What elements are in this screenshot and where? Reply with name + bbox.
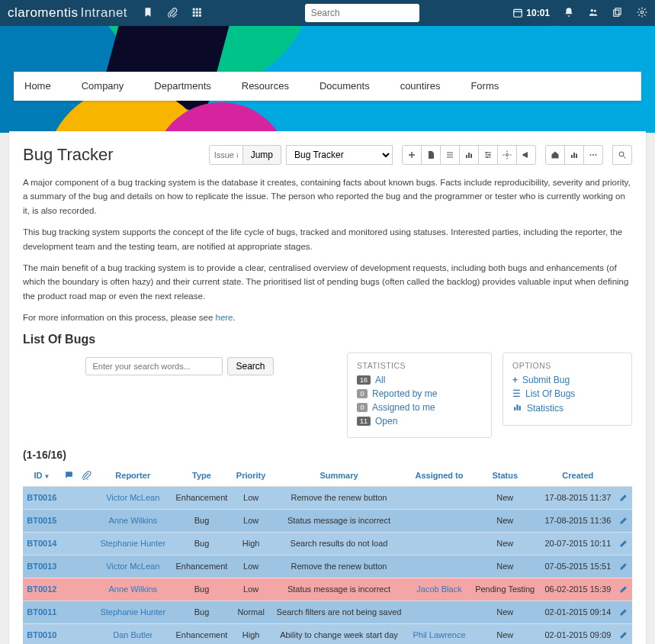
bar-chart-icon[interactable] bbox=[459, 145, 479, 165]
stat-link[interactable]: Reported by me bbox=[372, 388, 437, 399]
bug-id-link[interactable]: BT0011 bbox=[27, 607, 56, 617]
list-icon[interactable] bbox=[440, 145, 460, 165]
nav-departments[interactable]: Departments bbox=[139, 72, 226, 101]
col-type[interactable]: Type bbox=[171, 465, 232, 487]
edit-icon[interactable] bbox=[616, 486, 632, 509]
bug-search-input[interactable] bbox=[85, 357, 223, 375]
cell-type: Bug bbox=[171, 578, 232, 601]
reporter-link[interactable]: Anne Wilkins bbox=[108, 584, 157, 594]
submit-bug-link[interactable]: Submit Bug bbox=[522, 375, 570, 385]
col-priority[interactable]: Priority bbox=[233, 465, 270, 487]
table-row[interactable]: BT0011Stephanie HunterBugNormalSearch fi… bbox=[23, 601, 632, 623]
svg-rect-3 bbox=[193, 11, 195, 13]
col-attachment-icon[interactable] bbox=[78, 465, 95, 487]
description-2: This bug tracking system supports the co… bbox=[23, 225, 632, 253]
table-row[interactable]: BT0014Stephanie HunterBugHighSearch resu… bbox=[23, 532, 632, 555]
nav-countires[interactable]: countires bbox=[385, 72, 456, 101]
svg-point-27 bbox=[592, 154, 594, 156]
cell-type: Enhancement bbox=[171, 486, 232, 509]
cell-created: 06-02-2015 15:39 bbox=[540, 578, 616, 601]
copy-icon[interactable] bbox=[612, 7, 623, 20]
edit-icon[interactable] bbox=[616, 555, 632, 578]
tracker-select[interactable]: Bug Tracker bbox=[286, 145, 393, 165]
assignee-link[interactable]: Phil Lawrence bbox=[413, 630, 465, 639]
jump-button[interactable]: Jump bbox=[243, 145, 281, 165]
search-icon[interactable] bbox=[612, 145, 632, 165]
gear-icon[interactable] bbox=[637, 7, 647, 20]
stats-icon[interactable] bbox=[564, 145, 584, 165]
edit-icon[interactable] bbox=[616, 601, 632, 623]
edit-icon[interactable] bbox=[616, 532, 632, 555]
col-summary[interactable]: Summary bbox=[270, 465, 409, 487]
bell-icon[interactable] bbox=[563, 7, 574, 20]
col-created[interactable]: Created bbox=[540, 465, 616, 487]
svg-rect-1 bbox=[196, 8, 198, 10]
svg-point-26 bbox=[590, 154, 592, 156]
table-row[interactable]: BT0013Victor McLeanEnhancementLowRemove … bbox=[23, 555, 632, 578]
col-id[interactable]: ID bbox=[23, 465, 61, 487]
bug-search-button[interactable]: Search bbox=[227, 357, 273, 375]
clock[interactable]: 10:01 bbox=[512, 8, 550, 18]
edit-icon[interactable] bbox=[616, 578, 632, 601]
bug-id-link[interactable]: BT0015 bbox=[27, 516, 56, 525]
clock-text: 10:01 bbox=[526, 8, 550, 18]
stat-count: 0 bbox=[357, 403, 368, 412]
apps-grid-icon[interactable] bbox=[191, 7, 202, 20]
reporter-link[interactable]: Stephanie Hunter bbox=[100, 607, 165, 617]
bug-id-link[interactable]: BT0013 bbox=[27, 562, 56, 571]
statistics-panel: STATISTICS 16All0Reported by me0Assigned… bbox=[347, 353, 492, 438]
stat-link[interactable]: Assigned to me bbox=[372, 402, 435, 413]
bug-id-link[interactable]: BT0010 bbox=[27, 630, 56, 639]
more-icon[interactable] bbox=[583, 145, 603, 165]
nav-documents[interactable]: Documents bbox=[304, 72, 385, 101]
sliders-icon[interactable] bbox=[478, 145, 498, 165]
col-status[interactable]: Status bbox=[470, 465, 540, 487]
description-4: For more information on this process, pl… bbox=[23, 311, 632, 324]
bug-id-link[interactable]: BT0016 bbox=[27, 493, 56, 502]
bug-id-link[interactable]: BT0012 bbox=[27, 584, 56, 594]
issue-number-input[interactable] bbox=[209, 145, 243, 165]
stat-count: 0 bbox=[357, 389, 368, 398]
file-icon[interactable] bbox=[421, 145, 441, 165]
attachment-icon[interactable] bbox=[167, 7, 178, 20]
bookmark-icon[interactable] bbox=[143, 7, 153, 20]
table-row[interactable]: BT0010Dan ButlerEnhancementHighAbility t… bbox=[23, 623, 632, 644]
col-comments-icon[interactable] bbox=[61, 465, 78, 487]
nav-home[interactable]: Home bbox=[14, 72, 66, 101]
stat-link[interactable]: Open bbox=[375, 416, 397, 427]
table-row[interactable]: BT0016Victor McLeanEnhancementLowRemove … bbox=[23, 486, 632, 509]
nav-forms[interactable]: Forms bbox=[455, 72, 514, 101]
brand-logo[interactable]: claromentisIntranet bbox=[8, 5, 127, 21]
svg-rect-9 bbox=[514, 9, 522, 17]
options-panel: OPTIONS +Submit Bug ☰List Of Bugs Statis… bbox=[502, 353, 632, 426]
settings-icon[interactable] bbox=[497, 145, 517, 165]
reporter-link[interactable]: Victor McLean bbox=[106, 562, 159, 571]
nav-resources[interactable]: Resources bbox=[226, 72, 304, 101]
megaphone-icon[interactable] bbox=[516, 145, 536, 165]
table-row[interactable]: BT0012Anne WilkinsBugLowStatus message i… bbox=[23, 578, 632, 601]
list-bugs-link[interactable]: List Of Bugs bbox=[525, 388, 575, 399]
add-button[interactable] bbox=[402, 145, 422, 165]
bug-id-link[interactable]: BT0014 bbox=[27, 539, 56, 548]
global-search-input[interactable] bbox=[305, 4, 419, 22]
edit-icon[interactable] bbox=[616, 509, 632, 532]
edit-icon[interactable] bbox=[616, 623, 632, 644]
home-icon[interactable] bbox=[545, 145, 565, 165]
list-heading: List Of Bugs bbox=[23, 333, 632, 346]
reporter-link[interactable]: Dan Butler bbox=[113, 630, 153, 639]
table-row[interactable]: BT0015Anne WilkinsBugLowStatus message i… bbox=[23, 509, 632, 532]
reporter-link[interactable]: Anne Wilkins bbox=[108, 516, 157, 525]
statistics-link[interactable]: Statistics bbox=[527, 403, 563, 414]
reporter-link[interactable]: Stephanie Hunter bbox=[100, 539, 165, 548]
stat-count: 11 bbox=[357, 417, 371, 426]
assignee-link[interactable]: Jacob Black bbox=[416, 584, 461, 594]
svg-point-21 bbox=[486, 156, 488, 158]
nav-company[interactable]: Company bbox=[66, 72, 140, 101]
col-assigned[interactable]: Assigned to bbox=[408, 465, 470, 487]
people-icon[interactable] bbox=[588, 7, 599, 20]
topbar: claromentisIntranet 10:01 6 bbox=[0, 0, 655, 26]
col-reporter[interactable]: Reporter bbox=[95, 465, 171, 487]
stat-link[interactable]: All bbox=[375, 375, 385, 385]
here-link[interactable]: here bbox=[215, 313, 233, 322]
reporter-link[interactable]: Victor McLean bbox=[106, 493, 159, 502]
